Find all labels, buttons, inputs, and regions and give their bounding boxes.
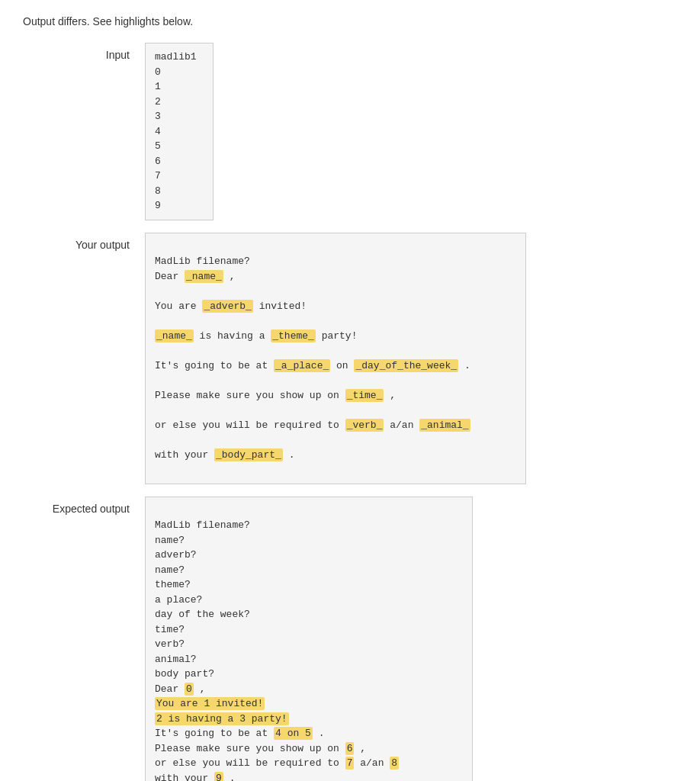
- expected-prompt: MadLib filename?: [155, 519, 250, 531]
- highlight-verb: _verb_: [345, 419, 384, 432]
- input-label: Input: [23, 43, 145, 61]
- highlight-place: _a_place_: [274, 359, 330, 372]
- expected-output-label: Expected output: [23, 497, 145, 515]
- your-output-line5: Please make sure you show up on _time_ ,: [155, 389, 396, 402]
- expected-time: time?: [155, 624, 185, 635]
- expected-line-please: Please make sure you show up on 6 ,: [155, 742, 366, 755]
- highlight-exp-0: 0: [185, 683, 194, 696]
- expected-line-with: with your 9 .: [155, 772, 235, 782]
- expected-place: a place?: [155, 594, 202, 606]
- expected-line-dear: Dear 0 ,: [155, 683, 205, 696]
- input-box: madlib1 0 1 2 3 4 5 6 7 8 9: [145, 43, 214, 220]
- highlight-time: _time_: [345, 389, 384, 402]
- highlight-exp-7: 7: [345, 757, 355, 770]
- expected-bodypart: body part?: [155, 668, 214, 680]
- expected-verb: verb?: [155, 638, 185, 650]
- highlight-exp-2: 2 is having a 3 party!: [155, 712, 289, 725]
- highlight-exp-9: 9: [214, 772, 223, 782]
- highlight-name2: _name_: [155, 329, 194, 342]
- highlight-animal: _animal_: [419, 419, 470, 432]
- highlight-exp-8: 8: [390, 757, 399, 770]
- highlight-exp-6: 6: [345, 742, 355, 755]
- your-output-section: Your output MadLib filename? Dear _name_…: [23, 233, 677, 484]
- expected-line-you: You are 1 invited!: [155, 697, 265, 710]
- highlight-bodypart: _body_part_: [214, 448, 283, 461]
- your-output-line4: It's going to be at _a_place_ on _day_of…: [155, 359, 470, 372]
- expected-adverb: adverb?: [155, 549, 197, 561]
- expected-output-section: Expected output MadLib filename? name? a…: [23, 497, 677, 782]
- highlight-day: _day_of_the_week_: [354, 359, 458, 372]
- your-output-line2: You are _adverb_ invited!: [155, 300, 307, 313]
- your-output-line1: Dear _name_ ,: [155, 270, 235, 283]
- expected-day: day of the week?: [155, 609, 250, 620]
- expected-name2: name?: [155, 564, 185, 576]
- your-output-line6: or else you will be required to _verb_ a…: [155, 419, 470, 432]
- expected-animal: animal?: [155, 654, 197, 665]
- expected-name: name?: [155, 535, 185, 546]
- header-message: Output differs. See highlights below.: [23, 15, 677, 27]
- highlight-exp-1: You are 1 invited!: [155, 697, 265, 710]
- expected-line-its: It's going to be at 4 on 5 .: [155, 727, 324, 740]
- expected-line-orelse: or else you will be required to 7 a/an 8: [155, 757, 399, 770]
- input-section: Input madlib1 0 1 2 3 4 5 6 7 8 9: [23, 43, 677, 220]
- highlight-name1: _name_: [185, 270, 223, 283]
- your-output-prompt: MadLib filename?: [155, 256, 250, 267]
- your-output-box: MadLib filename? Dear _name_ , You are _…: [145, 233, 526, 484]
- highlight-theme: _theme_: [271, 329, 316, 342]
- expected-line-name: 2 is having a 3 party!: [155, 712, 289, 725]
- highlight-adverb: _adverb_: [202, 300, 252, 313]
- highlight-exp-4: 4 on 5: [274, 727, 313, 740]
- expected-theme: theme?: [155, 579, 191, 590]
- expected-output-box: MadLib filename? name? adverb? name? the…: [145, 497, 473, 782]
- your-output-label: Your output: [23, 233, 145, 251]
- your-output-line7: with your _body_part_ .: [155, 448, 294, 461]
- your-output-line3: _name_ is having a _theme_ party!: [155, 329, 357, 342]
